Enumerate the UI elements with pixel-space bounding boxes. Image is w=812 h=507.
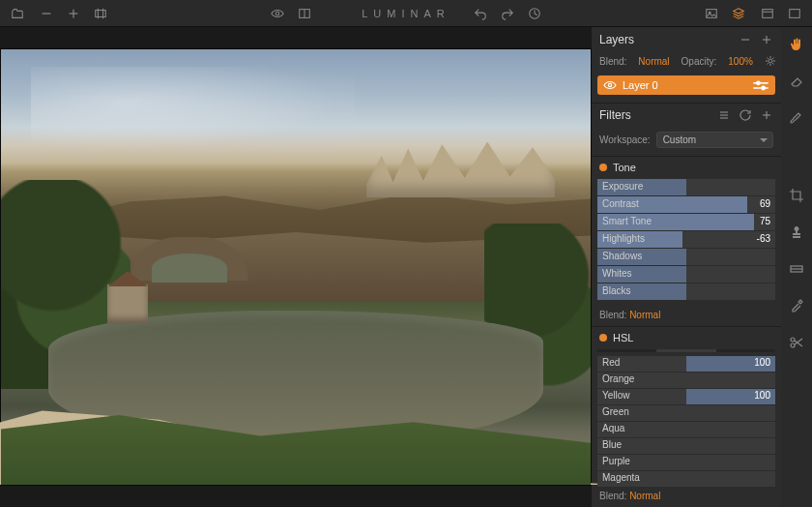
crop-tool-icon[interactable] [787, 186, 806, 205]
layers-minus-icon[interactable] [739, 33, 752, 46]
layer-item-label: Layer 0 [623, 79, 658, 91]
hsl-blend-label: Blend: [599, 491, 626, 501]
tone-slider-value: 69 [760, 198, 770, 209]
hsl-slider-label: Magenta [602, 472, 640, 483]
tone-slider-shadows[interactable]: Shadows [597, 249, 775, 265]
tone-title: Tone [613, 162, 636, 173]
zoom-in-icon[interactable] [66, 6, 81, 21]
hsl-header[interactable]: HSL [592, 326, 781, 349]
hsl-slider-label: Purple [602, 456, 630, 466]
eraser-tool-icon[interactable] [787, 72, 806, 91]
hsl-slider-value: 100 [754, 357, 770, 368]
svg-point-18 [768, 59, 772, 63]
hsl-blend-row[interactable]: Blend: Normal [592, 488, 781, 507]
tone-slider-label: Highlights [602, 233, 645, 244]
redo-icon[interactable] [500, 6, 515, 21]
layers-panel-icon[interactable] [731, 6, 746, 21]
hsl-slider-red[interactable]: Red100 [597, 356, 775, 372]
main-area: Layers Blend: Normal Opacity: 100% Layer… [0, 27, 812, 507]
photo-preview [0, 48, 592, 486]
filters-refresh-icon[interactable] [739, 108, 752, 122]
window-mode-icon[interactable] [760, 6, 775, 21]
tone-header[interactable]: Tone [592, 156, 781, 179]
tone-slider-label: Smart Tone [602, 216, 652, 226]
svg-rect-10 [707, 9, 717, 17]
tone-slider-label: Shadows [602, 251, 642, 261]
fullscreen-icon[interactable] [787, 6, 802, 21]
filters-title: Filters [599, 108, 710, 122]
tone-slider-whites[interactable]: Whites [597, 266, 775, 283]
zoom-out-icon[interactable] [39, 6, 54, 21]
image-panel-icon[interactable] [704, 6, 719, 21]
hsl-slider-blue[interactable]: Blue [597, 438, 775, 454]
undo-icon[interactable] [473, 6, 488, 21]
hsl-blend-value: Normal [629, 491, 660, 501]
svg-rect-12 [763, 9, 773, 17]
preview-eye-icon[interactable] [270, 6, 285, 21]
hsl-slider-yellow[interactable]: Yellow100 [597, 389, 775, 404]
svg-point-22 [757, 81, 760, 84]
tone-slider-smart-tone[interactable]: Smart Tone75 [597, 214, 775, 230]
side-panel: Layers Blend: Normal Opacity: 100% Layer… [592, 27, 781, 507]
layers-opacity-value[interactable]: 100% [728, 56, 753, 67]
tone-sliders: ExposureContrast69Smart Tone75Highlights… [592, 179, 781, 307]
tone-blend-row[interactable]: Blend: Normal [592, 307, 781, 326]
app-brand: LUMINAR [362, 8, 450, 19]
layers-subheader: Blend: Normal Opacity: 100% [592, 52, 781, 74]
tone-slider-label: Exposure [602, 181, 643, 192]
svg-rect-14 [790, 9, 800, 17]
layers-blend-label: Blend: [599, 56, 626, 67]
fit-icon[interactable] [93, 6, 108, 21]
layers-title: Layers [599, 33, 731, 46]
hsl-slider-label: Green [602, 406, 629, 417]
svg-point-31 [791, 338, 795, 342]
workspace-dropdown[interactable]: Custom [656, 132, 773, 148]
tone-slider-exposure[interactable]: Exposure [597, 179, 775, 195]
history-icon[interactable] [527, 6, 542, 21]
hsl-slider-aqua[interactable]: Aqua [597, 422, 775, 437]
hsl-slider-label: Orange [602, 373, 634, 384]
hsl-slider-label: Red [602, 357, 620, 368]
tone-slider-label: Blacks [602, 285, 630, 296]
eyedropper-tool-icon[interactable] [787, 296, 806, 315]
top-toolbar: LUMINAR [0, 0, 812, 27]
open-icon[interactable] [10, 6, 25, 21]
tone-blend-value: Normal [629, 310, 660, 320]
filters-sliders-icon[interactable] [717, 108, 731, 122]
filters-header: Filters [592, 103, 781, 128]
canvas-viewport[interactable] [0, 27, 592, 507]
hsl-slider-orange[interactable]: Orange [597, 373, 775, 388]
filters-plus-icon[interactable] [760, 108, 773, 122]
hsl-slider-magenta[interactable]: Magenta [597, 471, 775, 487]
tone-blend-label: Blend: [599, 310, 626, 320]
hsl-title: HSL [613, 332, 633, 343]
layers-blend-value[interactable]: Normal [638, 56, 669, 67]
tone-slider-blacks[interactable]: Blacks [597, 283, 775, 300]
brush-tool-icon[interactable] [787, 108, 806, 128]
layers-opacity-label: Opacity: [682, 56, 717, 67]
tone-slider-label: Whites [602, 268, 632, 279]
compare-icon[interactable] [297, 6, 312, 21]
tone-slider-value: 75 [760, 216, 770, 226]
layers-header: Layers [592, 27, 781, 52]
hsl-slider-purple[interactable]: Purple [597, 455, 775, 470]
hsl-sliders: Red100OrangeYellow100GreenAquaBluePurple… [592, 352, 781, 488]
stamp-tool-icon[interactable] [787, 223, 806, 242]
tone-slider-contrast[interactable]: Contrast69 [597, 196, 775, 213]
tone-slider-label: Contrast [602, 198, 639, 209]
hsl-slider-label: Aqua [602, 423, 624, 433]
scissors-tool-icon[interactable] [787, 333, 806, 352]
layer-adjust-icon[interactable] [752, 78, 769, 92]
layers-gear-icon[interactable] [765, 54, 776, 68]
layers-plus-icon[interactable] [760, 33, 773, 46]
hsl-slider-green[interactable]: Green [597, 405, 775, 421]
gradient-tool-icon[interactable] [787, 259, 806, 279]
hsl-dot-icon [599, 334, 607, 342]
svg-point-32 [791, 343, 795, 347]
layer-visibility-icon[interactable] [603, 78, 617, 92]
hsl-slider-label: Blue [602, 439, 622, 450]
tool-strip [781, 27, 812, 507]
hand-tool-icon[interactable] [787, 35, 806, 54]
layer-item-0[interactable]: Layer 0 [597, 75, 775, 95]
tone-slider-highlights[interactable]: Highlights-63 [597, 231, 775, 248]
